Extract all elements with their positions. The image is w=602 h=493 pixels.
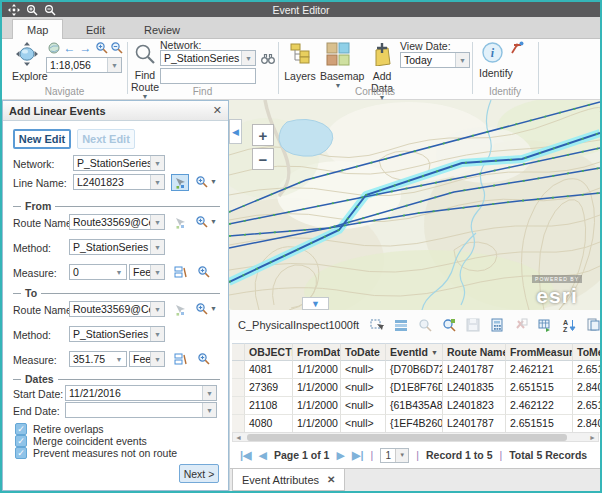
cell[interactable]: L2401823 bbox=[443, 397, 506, 415]
map-zoom-out-button[interactable]: − bbox=[252, 148, 274, 170]
table-row[interactable]: 21108 1/1/2000 <null> {61B435A8-3 L24018… bbox=[232, 397, 601, 415]
next-extent-icon[interactable]: → bbox=[78, 41, 93, 54]
to-measure-dropdown-icon[interactable]: ▼ bbox=[112, 352, 126, 366]
layers-button[interactable]: Layers bbox=[284, 42, 316, 82]
col-fromdate[interactable]: FromDate bbox=[293, 343, 341, 361]
tab-close-icon[interactable]: ✕ bbox=[327, 474, 335, 485]
select-records-icon[interactable] bbox=[369, 318, 384, 333]
next-edit-button[interactable]: Next Edit bbox=[77, 129, 135, 149]
from-measure-combobox[interactable]: 0▼ bbox=[69, 264, 127, 280]
page-number-dropdown-icon[interactable]: ▼ bbox=[395, 449, 408, 462]
zoom-to-from-route-button[interactable]: ▼ bbox=[195, 215, 217, 228]
map-zoom-in-button[interactable]: + bbox=[252, 124, 274, 146]
zoom-to-line-dropdown-icon[interactable]: ▼ bbox=[210, 178, 217, 185]
tab-review[interactable]: Review bbox=[130, 20, 194, 39]
save-edits-icon[interactable] bbox=[465, 318, 480, 333]
end-date-dropdown-icon[interactable]: ▼ bbox=[202, 403, 216, 417]
ribbon-zoom-out-icon[interactable] bbox=[109, 41, 124, 54]
select-from-route-on-map-button[interactable] bbox=[171, 214, 189, 231]
to-measure-pick-icon[interactable] bbox=[171, 351, 189, 368]
from-measure-dropdown-icon[interactable]: ▼ bbox=[112, 265, 126, 279]
ribbon-zoom-in-icon[interactable] bbox=[94, 41, 109, 54]
event-attributes-tab[interactable]: Event Attributes ✕ bbox=[232, 469, 345, 491]
row-selector[interactable] bbox=[232, 361, 245, 379]
zoom-to-selected-icon[interactable] bbox=[417, 318, 432, 333]
table-row[interactable]: 27369 1/1/2000 <null> {D1E8F76D-F L24018… bbox=[232, 379, 601, 397]
previous-page-icon[interactable]: ◀ bbox=[259, 450, 267, 461]
scale-dropdown-icon[interactable]: ▼ bbox=[107, 58, 121, 72]
map-canvas[interactable]: POWERED BY esri bbox=[229, 100, 600, 310]
page-number-combobox[interactable]: 1▼ bbox=[380, 448, 409, 463]
zoom-to-line-button[interactable]: ▼ bbox=[195, 175, 217, 188]
route-input[interactable] bbox=[160, 68, 256, 84]
identify-button[interactable]: i Identify bbox=[479, 42, 505, 79]
from-route-dropdown-icon[interactable]: ▼ bbox=[150, 215, 164, 229]
table-row[interactable]: 4081 1/1/2000 <null> {D70B6D72-3 L240178… bbox=[232, 361, 601, 379]
start-date-dropdown-icon[interactable]: ▼ bbox=[202, 386, 216, 400]
collapse-panel-left-button[interactable]: ◀ bbox=[229, 119, 242, 144]
tab-edit[interactable]: Edit bbox=[72, 20, 119, 39]
row-selector[interactable] bbox=[232, 397, 245, 415]
table-row[interactable]: 4080 1/1/2000 <null> {1EF4B260-F L240178… bbox=[232, 415, 601, 433]
binoculars-icon[interactable] bbox=[261, 51, 275, 69]
col-eventid[interactable]: EventId▼ bbox=[386, 343, 443, 361]
start-date-picker[interactable]: 11/21/2016▼ bbox=[65, 385, 217, 401]
merge-coincident-checkbox[interactable]: ✓ Merge coincident events bbox=[15, 435, 147, 447]
cell[interactable]: 21108 bbox=[245, 397, 293, 415]
to-unit-combobox[interactable]: Feet▼ bbox=[129, 351, 165, 367]
explore-button[interactable]: Explore bbox=[12, 42, 42, 82]
zoom-to-to-route-dropdown-icon[interactable]: ▼ bbox=[210, 305, 217, 312]
scrollbar-thumb[interactable] bbox=[247, 434, 567, 441]
from-unit-combobox[interactable]: Feet▼ bbox=[129, 264, 165, 280]
col-tomeasure[interactable]: ToMea bbox=[573, 343, 601, 361]
col-todate[interactable]: ToDate bbox=[341, 343, 386, 361]
cell[interactable]: 2.651515 bbox=[506, 415, 573, 433]
cell[interactable]: 2.462121 bbox=[506, 361, 573, 379]
line-name-combobox[interactable]: L2401823▼ bbox=[73, 174, 165, 190]
cell[interactable]: L2401835 bbox=[443, 379, 506, 397]
from-measure-zoom-button[interactable] bbox=[197, 265, 210, 278]
cell[interactable]: L2401787 bbox=[443, 361, 506, 379]
field-calculator-icon[interactable] bbox=[489, 318, 504, 333]
show-selection-icon[interactable] bbox=[393, 318, 408, 333]
col-routename[interactable]: Route Name bbox=[443, 343, 506, 361]
select-to-route-on-map-button[interactable] bbox=[171, 301, 189, 318]
cell[interactable]: 2.462122 bbox=[506, 397, 573, 415]
cell[interactable]: 1/1/2000 bbox=[293, 415, 341, 433]
to-measure-combobox[interactable]: 351.75▼ bbox=[69, 351, 127, 367]
cell[interactable]: 1/1/2000 bbox=[293, 379, 341, 397]
zoom-to-feature-icon[interactable] bbox=[441, 318, 456, 333]
cell[interactable]: 4081 bbox=[245, 361, 293, 379]
delete-record-icon[interactable] bbox=[513, 318, 528, 333]
scroll-left-icon[interactable]: ◄ bbox=[235, 433, 242, 442]
sort-records-icon[interactable]: AZ bbox=[561, 318, 576, 333]
from-route-combobox[interactable]: Route33569@Cent▼ bbox=[69, 214, 165, 230]
to-unit-dropdown-icon[interactable]: ▼ bbox=[150, 352, 164, 366]
next-button[interactable]: Next > bbox=[179, 464, 219, 483]
zoom-to-to-route-button[interactable]: ▼ bbox=[195, 302, 217, 315]
from-unit-dropdown-icon[interactable]: ▼ bbox=[150, 265, 164, 279]
panel-network-combobox[interactable]: P_StationSeries▼ bbox=[73, 155, 165, 171]
tab-map[interactable]: Map bbox=[12, 19, 63, 39]
cell[interactable]: {D1E8F76D-F bbox=[386, 379, 443, 397]
cell[interactable]: <null> bbox=[341, 415, 386, 433]
table-horizontal-scrollbar[interactable]: ◄ ► bbox=[232, 432, 599, 442]
prevent-measures-checkbox[interactable]: ✓ Prevent measures not on route bbox=[15, 447, 177, 459]
col-objectid[interactable]: OBJECTID bbox=[245, 343, 293, 361]
to-method-dropdown-icon[interactable]: ▼ bbox=[150, 327, 164, 341]
new-edit-button[interactable]: New Edit bbox=[13, 129, 71, 149]
to-measure-zoom-button[interactable] bbox=[197, 352, 210, 365]
first-page-icon[interactable]: |◀ bbox=[240, 450, 252, 461]
cell[interactable]: 1/1/2000 bbox=[293, 397, 341, 415]
cell[interactable]: <null> bbox=[341, 379, 386, 397]
basemap-button[interactable]: Basemap ▼ bbox=[320, 42, 356, 89]
identify-route-location-icon[interactable] bbox=[510, 41, 525, 59]
last-page-icon[interactable]: ▶| bbox=[352, 450, 364, 461]
cell[interactable]: 1/1/2000 bbox=[293, 361, 341, 379]
cell[interactable]: 2.8409 bbox=[573, 379, 601, 397]
next-page-icon[interactable]: ▶ bbox=[336, 450, 344, 461]
to-route-dropdown-icon[interactable]: ▼ bbox=[150, 302, 164, 316]
previous-extent-icon[interactable]: ← bbox=[62, 41, 77, 54]
collapse-table-down-button[interactable]: ▼ bbox=[302, 297, 329, 310]
zoom-to-from-route-dropdown-icon[interactable]: ▼ bbox=[210, 218, 217, 225]
